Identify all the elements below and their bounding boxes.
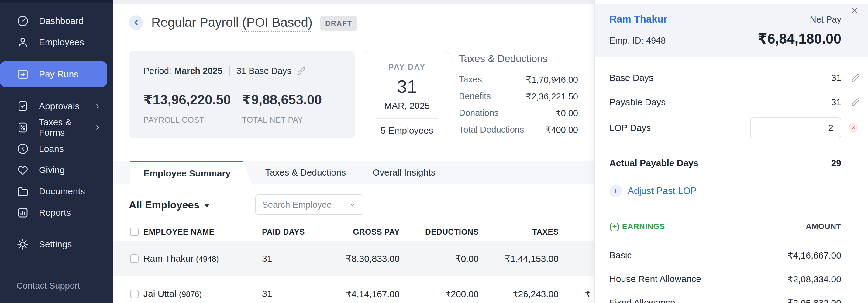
sidebar-item-reports[interactable]: Reports: [0, 202, 113, 223]
page-title-poi-suffix: (POI Based): [242, 15, 312, 32]
base-days-value: 31: [831, 73, 841, 83]
sidebar-item-approvals[interactable]: Approvals: [0, 95, 113, 117]
sidebar-item-dashboard[interactable]: Dashboard: [0, 10, 113, 32]
paid-days-cell: 31: [262, 289, 333, 299]
employee-name-link[interactable]: Ram Thakur: [609, 13, 668, 25]
sidebar-item-settings[interactable]: Settings: [0, 233, 113, 255]
clipped-next-column: ₹: [559, 289, 591, 299]
status-badge: DRAFT: [320, 16, 357, 31]
adjust-past-lop-link[interactable]: + Adjust Past LOP: [609, 182, 868, 200]
sidebar-item-employees[interactable]: Employees: [0, 32, 113, 53]
base-days-row: Base Days 31: [609, 68, 868, 88]
loans-rupee-icon: ₹: [17, 142, 29, 155]
earnings-header-row: (+) EARNINGS AMOUNT: [609, 219, 868, 234]
panel-header-row2: Emp. ID: 4948 ₹6,84,180.00: [609, 30, 841, 47]
pencil-icon: [297, 66, 306, 76]
panel-body: Base Days 31 Payable Days 31 LOP Days Ac…: [595, 68, 868, 303]
sidebar-item-pay-runs[interactable]: Pay Runs: [0, 61, 107, 87]
edit-payable-days-icon[interactable]: [851, 98, 860, 107]
actual-payable-days-row: Actual Payable Days 29: [609, 154, 868, 172]
employee-number: (4948): [196, 254, 219, 264]
plus-icon: +: [609, 185, 622, 197]
sidebar-item-label: Documents: [39, 186, 85, 196]
payable-days-value: 31: [831, 97, 841, 107]
total-net-pay-value: ₹9,88,653.00: [242, 92, 340, 107]
sidebar-item-label: Taxes & Forms: [39, 117, 84, 138]
select-all-checkbox[interactable]: [130, 227, 138, 236]
sidebar-item-loans[interactable]: ₹ Loans: [0, 138, 113, 159]
net-pay-label: Net Pay: [810, 15, 841, 25]
edit-base-days-icon[interactable]: [851, 73, 860, 82]
earnings-title: (+) EARNINGS: [609, 222, 665, 231]
total-net-pay-block: ₹9,88,653.00 TOTAL NET PAY: [242, 92, 340, 125]
svg-text:₹: ₹: [21, 145, 25, 153]
tab-taxes-deductions[interactable]: Taxes & Deductions: [252, 161, 359, 184]
earning-row-fixed-allowance: Fixed Allowance ₹2,05,832.00: [609, 294, 868, 303]
clear-lop-icon[interactable]: [848, 123, 858, 133]
net-pay-amount: ₹6,84,180.00: [758, 30, 841, 47]
period-label: Period:: [144, 66, 172, 76]
lop-days-input[interactable]: [750, 117, 841, 138]
sidebar-item-giving[interactable]: Giving: [0, 159, 113, 181]
deductions-cell: ₹0.00: [400, 253, 479, 264]
lop-days-row: LOP Days: [609, 117, 868, 139]
period-line: Period: March 2025 31 Base Days: [144, 66, 340, 76]
panel-header-row1: Ram Thakur Net Pay: [609, 13, 841, 25]
summary-row-taxes: Taxes ₹1,70,946.00: [459, 71, 578, 88]
taxes-deductions-summary: Taxes & Deductions Taxes ₹1,70,946.00 Be…: [459, 51, 578, 138]
sidebar-item-label: Settings: [39, 239, 72, 249]
payroll-cost-label: PAYROLL COST: [144, 115, 242, 125]
heart-icon: [17, 164, 29, 176]
taxes-cell: ₹26,243.00: [479, 289, 559, 299]
edit-base-days-button[interactable]: [297, 66, 306, 76]
earnings-divider: [609, 211, 868, 212]
close-icon[interactable]: [848, 4, 861, 17]
sidebar-item-label: Approvals: [39, 101, 79, 111]
chevron-left-icon: [132, 18, 141, 27]
payable-days-row: Payable Days 31: [609, 92, 868, 112]
paid-days-cell: 31: [262, 253, 333, 264]
dashboard-icon: [17, 15, 29, 27]
employee-number: (9876): [179, 290, 202, 299]
row-checkbox[interactable]: [130, 254, 138, 263]
chevron-down-icon: [348, 200, 357, 209]
row-checkbox[interactable]: [130, 290, 138, 298]
employee-name-cell: Ram Thakur (4948): [144, 253, 262, 264]
sidebar: Dashboard Employees Pay Runs Approvals: [0, 0, 113, 303]
payday-divider: [376, 118, 438, 119]
pay-runs-icon: [17, 68, 29, 81]
gross-pay-cell: ₹8,30,833.00: [333, 253, 400, 264]
col-gross-pay: GROSS PAY: [333, 227, 400, 237]
back-button[interactable]: [129, 15, 144, 30]
employee-detail-panel: Ram Thakur Net Pay Emp. ID: 4948 ₹6,84,1…: [594, 0, 868, 303]
gross-pay-cell: ₹4,14,167.00: [333, 289, 400, 299]
employee-search-select[interactable]: [255, 194, 364, 215]
search-input[interactable]: [262, 200, 348, 210]
page-title-main: Regular Payroll: [151, 15, 239, 29]
period-summary-card: Period: March 2025 31 Base Days ₹13,96,2…: [129, 51, 355, 138]
panel-header: Ram Thakur Net Pay Emp. ID: 4948 ₹6,84,1…: [595, 4, 868, 57]
gear-icon: [17, 238, 29, 251]
bar-chart-icon: [17, 206, 29, 219]
employee-name-cell: Jai Uttal (9876): [144, 289, 262, 299]
payroll-cost-block: ₹13,96,220.50 PAYROLL COST: [144, 92, 242, 125]
tab-employee-summary[interactable]: Employee Summary: [130, 161, 252, 184]
sidebar-item-documents[interactable]: Documents: [0, 181, 113, 202]
payday-month-year: MAR, 2025: [365, 101, 449, 111]
sidebar-item-taxes-forms[interactable]: Taxes & Forms: [0, 117, 113, 138]
payroll-cost-value: ₹13,96,220.50: [144, 92, 242, 107]
contact-support-link[interactable]: Contact Support: [0, 281, 113, 291]
tab-overall-insights[interactable]: Overall Insights: [359, 161, 449, 184]
summary-row-total-deductions: Total Deductions ₹400.00: [459, 121, 578, 138]
page-title: Regular Payroll (POI Based): [151, 13, 312, 32]
employee-filter-dropdown[interactable]: All Employees: [129, 199, 210, 211]
actual-payable-days-value: 29: [831, 158, 841, 168]
taxes-forms-icon: [17, 121, 29, 134]
summary-amounts: ₹13,96,220.50 PAYROLL COST ₹9,88,653.00 …: [144, 92, 340, 125]
col-taxes: TAXES: [479, 227, 559, 237]
col-paid-days: PAID DAYS: [262, 227, 333, 237]
folder-icon: [17, 185, 29, 198]
chevron-right-icon: [94, 123, 101, 131]
payday-label: PAY DAY: [365, 62, 449, 72]
base-days-text: 31 Base Days: [237, 66, 291, 76]
